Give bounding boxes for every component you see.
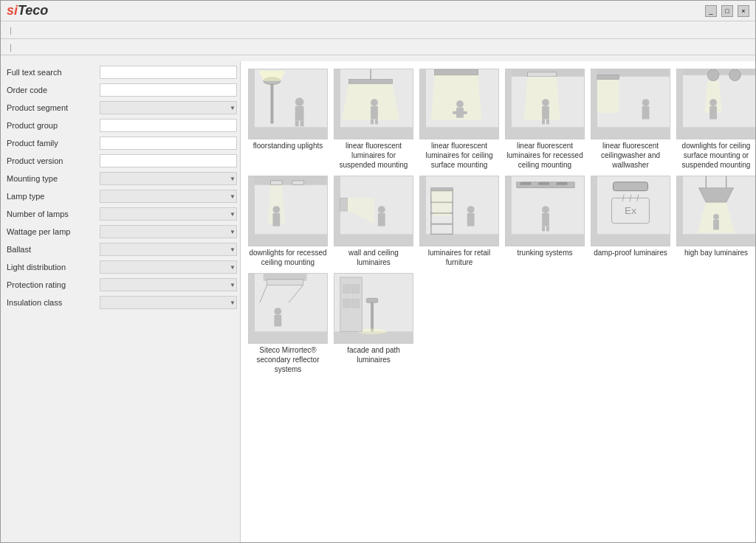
svg-point-34 xyxy=(542,99,549,106)
filter-input-0[interactable] xyxy=(100,66,237,79)
product-item-damp-proof[interactable]: Ex damp-proof luminaires xyxy=(589,174,672,269)
svg-rect-39 xyxy=(591,127,670,139)
svg-rect-79 xyxy=(431,188,453,191)
svg-rect-84 xyxy=(506,234,584,246)
filter-select-9[interactable] xyxy=(100,225,237,238)
svg-rect-116 xyxy=(267,280,303,286)
svg-rect-66 xyxy=(334,176,340,246)
product-label-retail: luminaires for retail furniture xyxy=(419,248,499,267)
filter-select-12[interactable] xyxy=(100,278,237,291)
svg-marker-5 xyxy=(259,71,285,81)
product-item-facade-path[interactable]: facade and path luminaires xyxy=(332,272,415,376)
filter-select-11[interactable] xyxy=(100,260,237,274)
filter-select-2[interactable] xyxy=(100,101,237,114)
svg-point-50 xyxy=(707,69,719,81)
product-item-linear-ceilingwasher[interactable]: linear fluorescent ceilingwasher and wal… xyxy=(589,67,672,171)
minimize-button[interactable]: _ xyxy=(705,5,717,17)
product-item-downlights-recessed[interactable]: downlights for recessed ceiling mounting xyxy=(247,174,329,269)
filter-select-6[interactable] xyxy=(100,172,237,185)
svg-marker-68 xyxy=(340,198,348,211)
product-item-high-bay[interactable]: high bay luminaires xyxy=(675,174,755,269)
svg-rect-35 xyxy=(542,106,549,120)
maximize-button[interactable]: □ xyxy=(721,5,733,17)
svg-rect-85 xyxy=(506,176,512,246)
filter-label-3: Product group xyxy=(4,121,100,130)
svg-rect-59 xyxy=(271,181,283,185)
product-item-downlights-surface-suspended[interactable]: downlights for ceiling surface mounting … xyxy=(675,67,755,171)
svg-rect-40 xyxy=(591,69,597,139)
filter-row-3: Product group xyxy=(4,117,237,134)
svg-rect-19 xyxy=(375,120,378,125)
svg-rect-7 xyxy=(295,106,304,121)
svg-rect-129 xyxy=(343,299,351,308)
filter-input-4[interactable] xyxy=(100,136,237,150)
svg-rect-47 xyxy=(677,127,755,139)
filter-input-1[interactable] xyxy=(100,83,237,97)
svg-point-53 xyxy=(709,99,717,106)
svg-rect-71 xyxy=(378,213,385,226)
svg-rect-74 xyxy=(420,176,426,246)
svg-rect-30 xyxy=(506,69,512,139)
close-button[interactable]: × xyxy=(738,5,749,17)
product-item-linear-recessed-ceiling[interactable]: linear fluorescent luminaires for recess… xyxy=(504,67,586,171)
filter-select-13[interactable] xyxy=(100,296,237,309)
svg-point-70 xyxy=(378,206,385,213)
svg-rect-89 xyxy=(557,182,568,185)
product-thumbnail-damp-proof: Ex xyxy=(591,176,670,246)
product-thumbnail-linear-ceilingwasher xyxy=(591,69,670,139)
product-label-downlights-surface-suspended: downlights for ceiling surface mounting … xyxy=(676,141,755,170)
svg-rect-120 xyxy=(274,315,281,327)
product-thumbnail-facade-path xyxy=(334,273,413,344)
svg-rect-111 xyxy=(713,220,719,230)
product-thumbnail-linear-ceiling-surface xyxy=(419,69,499,139)
nav-bar: | xyxy=(1,21,755,39)
filter-select-7[interactable] xyxy=(100,190,237,203)
product-grid: floorstanding uplights linear fluorescen… xyxy=(247,67,749,376)
product-label-floorstanding: floorstanding uplights xyxy=(253,141,323,151)
product-item-linear-suspended[interactable]: linear fluorescent luminaires for suspen… xyxy=(332,67,415,171)
product-item-retail[interactable]: luminaires for retail furniture xyxy=(418,174,501,269)
filter-row-4: Product family xyxy=(4,135,237,151)
svg-rect-58 xyxy=(255,176,327,185)
filter-input-5[interactable] xyxy=(100,154,237,167)
svg-point-119 xyxy=(274,308,281,315)
svg-point-44 xyxy=(642,99,650,106)
title-bar: siTeco _ □ × xyxy=(1,1,755,21)
product-label-damp-proof: damp-proof luminaires xyxy=(594,248,667,257)
sidebar-filters: Full text searchOrder codeProduct segmen… xyxy=(1,61,241,542)
svg-rect-17 xyxy=(371,106,378,120)
product-item-floorstanding[interactable]: floorstanding uplights xyxy=(247,67,329,171)
svg-rect-130 xyxy=(352,299,360,308)
svg-rect-48 xyxy=(677,69,683,139)
svg-rect-96 xyxy=(591,176,597,246)
svg-rect-3 xyxy=(271,84,274,124)
product-item-linear-ceiling-surface[interactable]: linear fluorescent luminaires for ceilin… xyxy=(418,67,501,171)
filter-label-7: Lamp type xyxy=(4,192,100,201)
filter-row-9: Wattage per lamp▼ xyxy=(4,224,237,240)
hit-count-bar xyxy=(1,55,755,61)
filter-select-8[interactable] xyxy=(100,207,237,221)
svg-rect-36 xyxy=(542,120,545,125)
product-item-wall-ceiling[interactable]: wall and ceiling luminaires xyxy=(332,174,415,269)
svg-rect-65 xyxy=(334,234,413,246)
filter-select-10[interactable] xyxy=(100,243,237,256)
svg-point-16 xyxy=(371,99,378,106)
product-thumbnail-linear-suspended xyxy=(334,69,413,139)
filter-input-3[interactable] xyxy=(100,119,237,132)
filter-row-0: Full text search xyxy=(4,64,237,80)
svg-point-51 xyxy=(729,69,741,81)
filter-label-8: Number of lamps xyxy=(4,210,100,218)
filter-label-5: Product version xyxy=(4,156,100,165)
svg-marker-43 xyxy=(597,80,619,113)
svg-rect-21 xyxy=(420,127,498,139)
product-label-mirrortec: Siteco Mirrortec® secondary reflector sy… xyxy=(248,345,328,374)
svg-rect-105 xyxy=(677,176,683,246)
product-item-trunking[interactable]: trunking systems xyxy=(504,174,586,269)
svg-rect-73 xyxy=(420,234,498,246)
svg-rect-9 xyxy=(300,121,304,127)
svg-rect-63 xyxy=(272,213,280,226)
logo: siTeco xyxy=(7,3,48,18)
filter-row-11: Light distribution▼ xyxy=(4,259,237,275)
filter-label-6: Mounting type xyxy=(4,174,100,183)
product-item-mirrortec[interactable]: Siteco Mirrortec® secondary reflector sy… xyxy=(247,272,329,376)
